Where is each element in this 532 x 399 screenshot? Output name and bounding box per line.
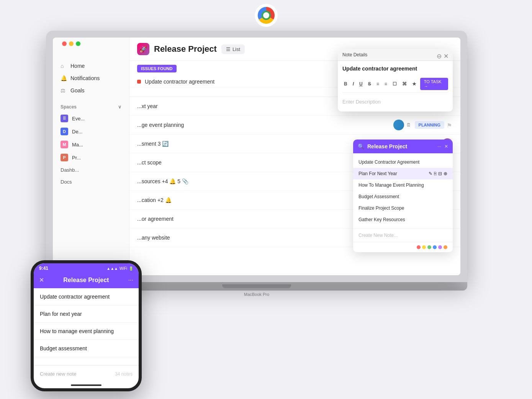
list-item[interactable]: Budget assessment (34, 340, 139, 357)
mobile-phone: 9:41 ▲▲▲ WiFi 🔋 ✕ Release Project ··· Up… (31, 260, 142, 391)
note-content: Update contractor agreement B I U S ≡ ≡ … (338, 61, 453, 112)
panel-title: Release Project (367, 143, 434, 149)
note-label: Update Contractor Agreement (358, 159, 419, 165)
to-task-button[interactable]: TO TASK → (420, 78, 448, 90)
trophy-icon: ⚖ (61, 87, 67, 94)
issues-badge: ISSUES FOUND (137, 65, 177, 72)
list-item[interactable]: Budget Assessment (353, 191, 453, 202)
note-text: Plan for next year (40, 311, 82, 317)
macbook-body: ⌂ Home 🔔 Notifications ⚖ Goals (46, 31, 467, 282)
list-item[interactable]: Update contractor agreement (34, 288, 139, 305)
popup-controls: ⊖ ✕ (437, 53, 448, 57)
sidebar-item-home[interactable]: ⌂ Home (53, 60, 129, 72)
note-text: Budget assessment (40, 345, 87, 351)
space-label-de: De... (72, 129, 82, 135)
space-dot-de: D (61, 128, 68, 135)
panel-close-button[interactable]: ✕ (444, 144, 448, 149)
phone-status-bar: 9:41 ▲▲▲ WiFi 🔋 (34, 263, 139, 273)
list1-button[interactable]: ≡ (375, 80, 381, 87)
note-label: Budget Assessment (358, 194, 399, 199)
space-pr[interactable]: P Pr... (53, 151, 129, 164)
color-dot-red[interactable] (417, 245, 421, 249)
minimize-button[interactable] (69, 41, 74, 46)
phone-time: 9:41 (39, 266, 48, 271)
close-button[interactable] (62, 41, 67, 46)
phone-close-button[interactable]: ✕ (39, 276, 44, 284)
add-icon[interactable]: ⊕ (444, 171, 447, 176)
list-item[interactable]: Finalize Project Scope (353, 202, 453, 214)
note-details-popup: Note Details ⊖ ✕ Update contractor agree… (338, 49, 453, 112)
note-label: Gather Key Resources (358, 217, 405, 222)
sidebar-item-goals[interactable]: ⚖ Goals (53, 84, 129, 97)
popup-minimize-icon[interactable]: ⊖ (437, 53, 441, 57)
spaces-label: Spaces (61, 104, 77, 110)
create-note-placeholder: Create New Note... (358, 233, 398, 238)
project-emoji: 🚀 (139, 46, 147, 53)
underline-button[interactable]: U (358, 80, 364, 87)
create-note-label: Create new note (40, 371, 76, 377)
stage-badge: PLANNING (415, 121, 444, 129)
list-item[interactable]: How to manage event planning (34, 323, 139, 340)
phone-project-title: Release Project (63, 277, 109, 284)
table-row[interactable]: ...ge event planning 🗓 PLANNING ⚑ (129, 116, 460, 135)
space-dot-pr: P (61, 154, 68, 161)
sidebar-label-notifications: Notifications (70, 75, 100, 81)
color-dot-purple[interactable] (438, 245, 442, 249)
edit-icon[interactable]: ✎ (429, 171, 432, 176)
task-meta: 🗓 PLANNING ⚑ (393, 120, 453, 130)
panel-more-button[interactable]: ··· (437, 144, 441, 149)
list-item[interactable]: Gather Key Resources (353, 214, 453, 225)
note-label: How To Manage Event Planning (358, 182, 424, 188)
home-icon: ⌂ (61, 63, 67, 69)
color-dot-yellow[interactable] (422, 245, 426, 249)
panel-search-icon[interactable]: 🔍 (358, 143, 364, 149)
bell-icon: 🔔 (61, 75, 67, 81)
signal-icon: ▲▲▲ (106, 266, 118, 271)
space-label-eve: Eve... (72, 116, 85, 122)
list-item[interactable]: How To Manage Event Planning (353, 179, 453, 191)
create-note-button[interactable]: Create New Note... (353, 228, 453, 242)
task-name: ...ge event planning (137, 122, 390, 128)
space-label-ma: Ma... (72, 142, 83, 148)
space-de[interactable]: D De... (53, 125, 129, 138)
star-button[interactable]: ★ (411, 80, 418, 87)
delete-icon[interactable]: ⊟ (438, 171, 442, 176)
list2-button[interactable]: ≡ (383, 80, 389, 87)
checkbox-button[interactable]: ☐ (391, 80, 398, 87)
list-item[interactable]: Plan For Next Year ✎ ⎘ ⊟ ⊕ (353, 168, 453, 179)
bold-button[interactable]: B (342, 80, 349, 87)
color-dot-blue[interactable] (433, 245, 437, 249)
copy-icon[interactable]: ⎘ (434, 171, 437, 176)
color-dot-green[interactable] (427, 245, 431, 249)
list-item[interactable]: Plan for next year (34, 305, 139, 323)
link-button[interactable]: ⌘ (401, 80, 408, 87)
space-eve[interactable]: ⠿ Eve... (53, 112, 129, 125)
phone-menu-button[interactable]: ··· (128, 277, 133, 284)
space-ma[interactable]: M Ma... (53, 138, 129, 151)
space-label-pr: Pr... (72, 155, 81, 161)
popup-close-icon[interactable]: ✕ (444, 53, 448, 57)
strikethrough-button[interactable]: S (367, 80, 373, 87)
sidebar-item-notifications[interactable]: 🔔 Notifications (53, 72, 129, 84)
sidebar-item-dashboards[interactable]: Dashb... (53, 164, 129, 176)
list-view-tab[interactable]: ☰ List (221, 44, 245, 54)
fullscreen-button[interactable] (76, 41, 80, 46)
spaces-section: Spaces ∨ (53, 100, 129, 112)
spaces-chevron: ∨ (118, 104, 121, 110)
chrome-logo (255, 4, 278, 28)
sidebar-nav: ⌂ Home 🔔 Notifications ⚖ Goals (53, 57, 129, 100)
macbook-screen: ⌂ Home 🔔 Notifications ⚖ Goals (53, 38, 460, 275)
wifi-icon: WiFi (119, 266, 127, 271)
macbook-notch (222, 284, 291, 288)
sidebar-item-docs[interactable]: Docs (53, 176, 129, 188)
color-dots (353, 242, 453, 252)
note-toolbar: B I U S ≡ ≡ ☐ ⌘ ★ TO TASK → (342, 76, 448, 93)
panel-note-list: Update Contractor Agreement Plan For Nex… (353, 153, 453, 228)
color-dot-orange[interactable] (444, 245, 447, 249)
task-name: ...any website (137, 235, 387, 241)
sidebar: ⌂ Home 🔔 Notifications ⚖ Goals (53, 38, 129, 275)
phone-create-note[interactable]: Create new note 34 notes (34, 365, 139, 382)
list-item[interactable]: Update Contractor Agreement (353, 156, 453, 168)
italic-button[interactable]: I (351, 80, 355, 87)
dashboards-label: Dashb... (61, 167, 79, 173)
